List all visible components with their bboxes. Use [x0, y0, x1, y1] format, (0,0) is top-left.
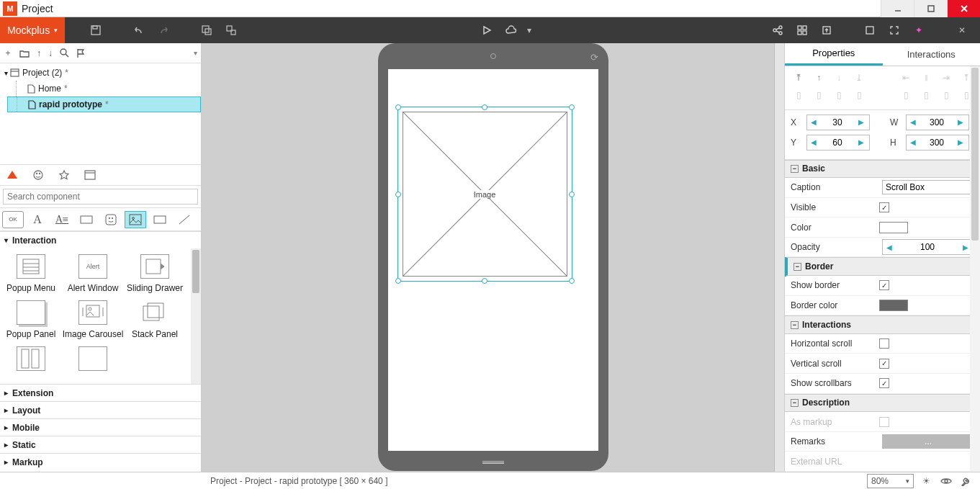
search-page-icon[interactable]	[60, 48, 69, 58]
bring-front-icon[interactable]: ⤒	[791, 71, 806, 85]
w-spinner[interactable]: ◀▶	[906, 115, 969, 130]
selection-box[interactable]: Image	[397, 107, 572, 282]
tree-item-rapid-prototype[interactable]: rapid prototype *	[7, 97, 201, 112]
align-t-icon[interactable]: ▯	[851, 88, 867, 102]
tree-item-home[interactable]: Home *	[7, 81, 201, 97]
collapse-panel-icon[interactable]: ▾	[194, 49, 197, 57]
wrench-icon[interactable]	[958, 474, 974, 488]
border-color-swatch[interactable]	[879, 300, 908, 311]
y-spinner[interactable]: ◀▶	[806, 135, 870, 151]
maximize-button[interactable]	[914, 0, 947, 17]
panel-shape-icon[interactable]	[149, 211, 171, 228]
showbars-checkbox[interactable]: ✓	[879, 378, 889, 388]
component-popup-menu[interactable]: Popup Menu	[0, 254, 62, 293]
cloud-icon[interactable]	[499, 17, 523, 43]
fullscreen-icon[interactable]	[882, 17, 907, 43]
send-back-icon[interactable]: ⤓	[851, 71, 867, 85]
favorites-tab-icon[interactable]	[55, 166, 73, 184]
move-down-icon[interactable]: ↓	[48, 48, 53, 58]
component-stack-panel[interactable]: Stack Panel	[124, 300, 186, 339]
resize-handle-s[interactable]	[482, 278, 487, 284]
distribute-v-icon[interactable]: ▯	[938, 88, 954, 102]
resize-handle-n[interactable]	[482, 104, 487, 110]
chevron-left-icon[interactable]: ◀	[907, 138, 920, 146]
group-icon[interactable]	[194, 17, 219, 43]
align-bottom-icon[interactable]: ▯	[918, 88, 934, 102]
align-vcenter-icon[interactable]: ▯	[898, 88, 914, 102]
component-popup-panel[interactable]: Popup Panel	[0, 300, 62, 339]
visible-checkbox[interactable]: ✓	[879, 202, 889, 212]
resize-handle-sw[interactable]	[395, 278, 401, 284]
close-panel-icon[interactable]: ✕	[950, 17, 974, 43]
tab-interactions[interactable]: Interactions	[883, 43, 981, 66]
align-center-h-icon[interactable]: ⦀	[918, 71, 934, 85]
chevron-right-icon[interactable]: ▶	[855, 118, 868, 126]
hscroll-checkbox[interactable]	[879, 338, 889, 349]
properties-scrollbar[interactable]	[970, 66, 980, 472]
templates-tab-icon[interactable]	[81, 166, 99, 184]
grid-icon[interactable]	[790, 17, 814, 43]
mockplus-menu-button[interactable]: Mockplus	[0, 17, 65, 43]
component-scrollbar[interactable]	[191, 248, 201, 384]
category-layout[interactable]: Layout	[0, 401, 201, 418]
component-alert-window[interactable]: Alert Alert Window	[62, 254, 124, 293]
y-input[interactable]	[820, 138, 855, 148]
category-static[interactable]: Static	[0, 436, 201, 453]
x-input[interactable]	[820, 117, 855, 127]
add-page-icon[interactable]: ＋	[4, 47, 12, 59]
section-description[interactable]: −Description	[785, 394, 980, 413]
show-border-checkbox[interactable]: ✓	[879, 280, 889, 290]
undo-icon[interactable]	[127, 17, 151, 43]
category-markup[interactable]: Markup	[0, 453, 201, 470]
resize-handle-nw[interactable]	[395, 104, 401, 110]
play-icon[interactable]	[475, 17, 499, 43]
component-image-carousel[interactable]: Image Carousel	[62, 300, 124, 339]
resize-handle-se[interactable]	[569, 278, 575, 284]
line-shape-icon[interactable]	[174, 211, 195, 228]
text-shape-icon[interactable]: A	[27, 211, 48, 228]
rotate-device-icon[interactable]: ⟳	[590, 52, 598, 63]
move-up-icon[interactable]: ↑	[37, 48, 41, 58]
opacity-input[interactable]	[896, 242, 959, 252]
align-left-icon[interactable]: ▯	[791, 88, 806, 102]
eye-icon[interactable]	[938, 474, 954, 488]
chevron-left-icon[interactable]: ◀	[807, 138, 820, 146]
tab-properties[interactable]: Properties	[785, 43, 883, 66]
w-input[interactable]	[920, 117, 954, 127]
caption-input[interactable]	[882, 180, 974, 194]
component-sliding-drawer[interactable]: Sliding Drawer	[124, 254, 186, 293]
share-icon[interactable]	[765, 17, 790, 43]
cloud-dropdown-icon[interactable]: ▾	[523, 17, 535, 43]
resize-handle-ne[interactable]	[569, 104, 575, 110]
panel-resize-handle[interactable]	[784, 264, 786, 277]
textarea-shape-icon[interactable]: A≡	[51, 211, 73, 228]
component-placeholder[interactable]	[0, 346, 62, 371]
add-folder-icon[interactable]	[19, 49, 30, 58]
redo-icon[interactable]	[151, 17, 176, 43]
canvas-scrollbar[interactable]	[774, 43, 784, 472]
send-backward-icon[interactable]: ↓	[831, 71, 847, 85]
close-button[interactable]	[947, 0, 980, 17]
section-interactions[interactable]: −Interactions	[785, 315, 980, 334]
resize-handle-w[interactable]	[395, 192, 401, 197]
save-icon[interactable]	[84, 17, 108, 43]
emoji-tab-icon[interactable]	[29, 166, 48, 184]
device-screen[interactable]: Image	[388, 69, 598, 451]
chevron-right-icon[interactable]: ▶	[954, 118, 967, 126]
section-border[interactable]: −Border	[785, 257, 980, 276]
chevron-right-icon[interactable]: ▶	[855, 138, 868, 146]
category-extension[interactable]: Extension	[0, 384, 201, 401]
vscroll-checkbox[interactable]: ✓	[879, 359, 889, 369]
chevron-left-icon[interactable]: ◀	[883, 243, 896, 251]
align-right-icon[interactable]: ⇥	[938, 71, 954, 85]
smiley-shape-icon[interactable]	[100, 211, 122, 228]
category-interaction[interactable]: Interaction	[0, 231, 201, 248]
export-icon[interactable]	[814, 17, 839, 43]
x-spinner[interactable]: ◀▶	[806, 115, 870, 130]
align-r-icon[interactable]: ▯	[831, 88, 847, 102]
h-input[interactable]	[920, 138, 954, 148]
remarks-button[interactable]: ...	[882, 434, 974, 449]
tree-root[interactable]: ▾ Project (2) *	[0, 65, 201, 81]
components-tab-icon[interactable]	[3, 166, 22, 184]
search-input[interactable]	[3, 189, 198, 205]
